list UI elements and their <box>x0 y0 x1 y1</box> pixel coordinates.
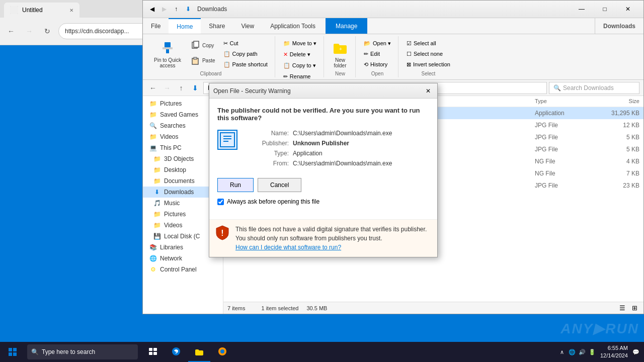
cancel-button[interactable]: Cancel <box>258 178 301 192</box>
info-label-publisher: Publisher: <box>244 140 289 147</box>
taskbar: 🔍 Type here to search ∧ 🌐 🔊 🔋 6:55 AM 12… <box>0 342 644 362</box>
security-dialog: Open File - Security Warning ✕ The publi… <box>209 83 438 257</box>
dialog-warning-header: The publisher could not be verified. Are… <box>217 107 429 122</box>
taskbar-app-explorer[interactable] <box>188 342 210 362</box>
tray-volume-icon[interactable]: 🔊 <box>578 348 586 356</box>
info-value-publisher: Unknown Publisher <box>293 140 349 147</box>
dialog-close-button[interactable]: ✕ <box>423 86 433 96</box>
dialog-title: Open File - Security Warning <box>213 87 423 95</box>
svg-rect-31 <box>13 352 17 356</box>
svg-rect-28 <box>9 348 12 351</box>
clock-date: 12/14/2024 <box>600 352 628 359</box>
always-ask-label: Always ask before opening this file <box>227 198 319 205</box>
svg-rect-34 <box>149 352 152 355</box>
warning-link[interactable]: How can I decide what software to run? <box>235 244 341 251</box>
svg-rect-26 <box>223 141 228 142</box>
info-row-type: Type: Application <box>244 150 429 157</box>
run-button[interactable]: Run <box>217 178 254 192</box>
warning-text-container: This file does not have a valid digital … <box>235 225 432 252</box>
dialog-file-icon <box>217 130 237 150</box>
svg-rect-24 <box>223 136 231 137</box>
tray-battery-icon[interactable]: 🔋 <box>588 348 596 356</box>
dialog-icon-row: Name: C:\Users\admin\Downloads\main.exe … <box>217 130 429 170</box>
taskbar-clock[interactable]: 6:55 AM 12/14/2024 <box>600 344 628 360</box>
always-ask-checkbox[interactable] <box>217 199 224 205</box>
svg-text:!: ! <box>221 229 223 237</box>
info-value-from: C:\Users\admin\Downloads\main.exe <box>293 160 392 167</box>
info-label-name: Name: <box>244 130 289 137</box>
taskbar-search-box[interactable]: 🔍 Type here to search <box>27 344 138 359</box>
taskbar-search-icon: 🔍 <box>31 348 39 355</box>
info-value-type: Application <box>293 150 323 157</box>
svg-point-38 <box>220 349 224 353</box>
info-label-type: Type: <box>244 150 289 157</box>
dialog-info-table: Name: C:\Users\admin\Downloads\main.exe … <box>244 130 429 170</box>
dialog-body: The publisher could not be verified. Are… <box>209 99 437 219</box>
warning-text-content: This file does not have a valid digital … <box>235 226 427 242</box>
svg-rect-32 <box>149 348 152 351</box>
svg-rect-35 <box>153 352 157 355</box>
taskbar-app-edge[interactable] <box>165 342 187 362</box>
dialog-buttons: Run Cancel <box>217 178 429 192</box>
warning-shield-icon: ! <box>214 225 230 241</box>
svg-rect-25 <box>223 138 231 139</box>
info-row-from: From: C:\Users\admin\Downloads\main.exe <box>244 160 429 167</box>
dialog-overlay: Open File - Security Warning ✕ The publi… <box>0 0 644 362</box>
taskbar-app-task-view[interactable] <box>142 342 164 362</box>
svg-rect-33 <box>153 348 157 351</box>
tray-network-icon[interactable]: 🌐 <box>568 348 576 356</box>
clock-time: 6:55 AM <box>600 344 628 352</box>
info-label-from: From: <box>244 160 289 167</box>
svg-rect-30 <box>9 352 12 356</box>
taskbar-app-firefox[interactable] <box>211 342 233 362</box>
taskbar-search-placeholder: Type here to search <box>42 348 95 355</box>
svg-rect-29 <box>13 348 17 351</box>
taskbar-right: ∧ 🌐 🔊 🔋 6:55 AM 12/14/2024 💬 <box>554 344 644 360</box>
info-value-name: C:\Users\admin\Downloads\main.exe <box>293 130 392 137</box>
svg-rect-23 <box>220 133 234 147</box>
taskbar-apps <box>142 342 233 362</box>
start-button[interactable] <box>0 342 25 362</box>
dialog-titlebar: Open File - Security Warning ✕ <box>209 83 437 99</box>
notification-button[interactable]: 💬 <box>632 348 640 356</box>
info-row-name: Name: C:\Users\admin\Downloads\main.exe <box>244 130 429 137</box>
tray-icons: ∧ 🌐 🔊 🔋 <box>558 348 596 356</box>
tray-up-arrow-icon[interactable]: ∧ <box>558 348 566 356</box>
info-row-publisher: Publisher: Unknown Publisher <box>244 140 429 147</box>
dialog-checkbox-row: Always ask before opening this file <box>217 198 429 205</box>
dialog-warning-footer: ! This file does not have a valid digita… <box>209 219 437 257</box>
